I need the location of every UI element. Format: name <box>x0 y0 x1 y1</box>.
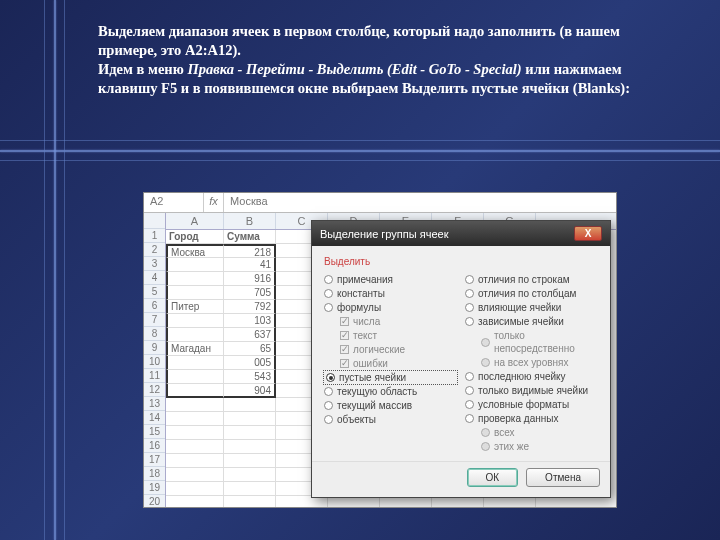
cell[interactable] <box>166 468 224 482</box>
cell[interactable] <box>166 412 224 426</box>
row-header[interactable]: 8 <box>144 327 165 341</box>
cell[interactable]: Город <box>166 230 224 244</box>
option-label: текущую область <box>337 385 417 398</box>
row-header[interactable]: 5 <box>144 285 165 299</box>
cell[interactable] <box>166 440 224 454</box>
instruction-text: Выделяем диапазон ячеек в первом столбце… <box>98 22 680 97</box>
option-label: логические <box>353 343 405 356</box>
cell[interactable] <box>166 356 224 370</box>
cell[interactable] <box>224 468 276 482</box>
cell[interactable]: 543 <box>224 370 276 384</box>
option-radio[interactable]: только видимые ячейки <box>465 384 598 397</box>
option-radio: этих же <box>465 440 598 453</box>
cell[interactable] <box>166 384 224 398</box>
cell[interactable]: 705 <box>224 286 276 300</box>
row-header[interactable]: 15 <box>144 425 165 439</box>
row-header[interactable]: 20 <box>144 495 165 508</box>
option-radio[interactable]: влияющие ячейки <box>465 301 598 314</box>
option-radio[interactable]: примечания <box>324 273 457 286</box>
row-header[interactable]: 6 <box>144 299 165 313</box>
option-radio[interactable]: текущую область <box>324 385 457 398</box>
fx-icon[interactable]: fx <box>204 193 224 212</box>
cell[interactable] <box>166 286 224 300</box>
name-box[interactable]: A2 <box>144 193 204 212</box>
row-header[interactable]: 16 <box>144 439 165 453</box>
cell[interactable]: 41 <box>224 258 276 272</box>
cell[interactable] <box>224 482 276 496</box>
option-radio[interactable]: зависимые ячейки <box>465 315 598 328</box>
option-radio[interactable]: условные форматы <box>465 398 598 411</box>
option-label: отличия по столбцам <box>478 287 576 300</box>
radio-icon <box>481 442 490 451</box>
cell[interactable]: 218 <box>224 244 276 258</box>
cell[interactable] <box>224 496 276 508</box>
option-label: последнюю ячейку <box>478 370 566 383</box>
col-header-A[interactable]: A <box>166 213 224 229</box>
option-label: текст <box>353 329 377 342</box>
cell[interactable] <box>224 440 276 454</box>
cell[interactable] <box>166 482 224 496</box>
option-radio[interactable]: пустые ячейки <box>324 371 457 384</box>
option-radio[interactable]: формулы <box>324 301 457 314</box>
cell[interactable]: 005 <box>224 356 276 370</box>
row-header[interactable]: 13 <box>144 397 165 411</box>
cell[interactable]: Москва <box>166 244 224 258</box>
ok-button[interactable]: ОК <box>467 468 519 487</box>
option-radio[interactable]: текущий массив <box>324 399 457 412</box>
excel-screenshot: A2 fx Москва 123456789101112131415161718… <box>143 192 617 508</box>
row-header[interactable]: 10 <box>144 355 165 369</box>
cell[interactable]: Питер <box>166 300 224 314</box>
cancel-button[interactable]: Отмена <box>526 468 600 487</box>
radio-icon <box>481 358 490 367</box>
cell[interactable] <box>166 454 224 468</box>
row-header[interactable]: 7 <box>144 313 165 327</box>
radio-icon <box>324 275 333 284</box>
option-radio[interactable]: константы <box>324 287 457 300</box>
cell[interactable] <box>166 272 224 286</box>
cell[interactable] <box>166 426 224 440</box>
close-icon[interactable]: X <box>574 226 602 241</box>
dialog-section-label: Выделить <box>324 256 598 267</box>
option-radio[interactable]: объекты <box>324 413 457 426</box>
row-header[interactable]: 3 <box>144 257 165 271</box>
row-header[interactable]: 18 <box>144 467 165 481</box>
cell[interactable]: 792 <box>224 300 276 314</box>
row-header[interactable]: 4 <box>144 271 165 285</box>
option-radio[interactable]: последнюю ячейку <box>465 370 598 383</box>
row-header[interactable]: 12 <box>144 383 165 397</box>
option-radio[interactable]: отличия по столбцам <box>465 287 598 300</box>
row-header[interactable]: 17 <box>144 453 165 467</box>
col-header-B[interactable]: B <box>224 213 276 229</box>
cell[interactable] <box>224 398 276 412</box>
cell[interactable]: 637 <box>224 328 276 342</box>
cell[interactable] <box>166 314 224 328</box>
radio-icon <box>324 401 333 410</box>
cell[interactable]: 904 <box>224 384 276 398</box>
cell[interactable] <box>224 426 276 440</box>
cell[interactable]: Сумма <box>224 230 276 244</box>
row-header[interactable]: 1 <box>144 229 165 243</box>
option-radio[interactable]: отличия по строкам <box>465 273 598 286</box>
cell[interactable] <box>224 412 276 426</box>
cell[interactable]: Магадан <box>166 342 224 356</box>
row-header[interactable]: 11 <box>144 369 165 383</box>
cell[interactable] <box>166 496 224 508</box>
checkbox-icon <box>340 345 349 354</box>
cell[interactable]: 103 <box>224 314 276 328</box>
option-radio[interactable]: проверка данных <box>465 412 598 425</box>
row-header[interactable]: 19 <box>144 481 165 495</box>
option-label: числа <box>353 315 380 328</box>
cell[interactable] <box>166 370 224 384</box>
formula-input[interactable]: Москва <box>224 193 616 212</box>
cell[interactable]: 916 <box>224 272 276 286</box>
radio-icon <box>465 386 474 395</box>
cell[interactable] <box>166 398 224 412</box>
row-header[interactable]: 14 <box>144 411 165 425</box>
row-header[interactable]: 9 <box>144 341 165 355</box>
cell[interactable] <box>166 258 224 272</box>
cell[interactable] <box>224 454 276 468</box>
option-label: ошибки <box>353 357 388 370</box>
row-header[interactable]: 2 <box>144 243 165 257</box>
cell[interactable]: 65 <box>224 342 276 356</box>
cell[interactable] <box>166 328 224 342</box>
